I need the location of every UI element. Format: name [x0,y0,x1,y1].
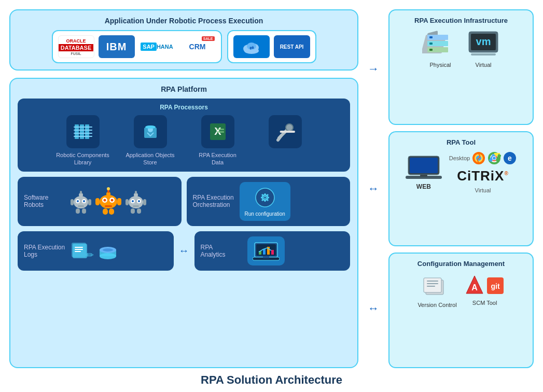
svg-rect-74 [75,249,83,250]
rpa-platform-title: RPA Platform [18,85,350,93]
svg-rect-103 [410,158,438,173]
tools-item [254,115,316,151]
svg-rect-84 [263,249,266,255]
svg-rect-28 [78,205,84,207]
footer-title: RPA Solution Architecture [201,373,342,387]
processors-box: RPA Processors [18,99,350,172]
rpa-execution-data-label: RPA ExecutionData [199,151,236,166]
svg-rect-45 [117,198,121,205]
rpa-inner-grid: RPA Processors [18,99,350,271]
desktop-label: Desktop [449,155,470,161]
physical-label: Physical [430,62,451,68]
svg-point-70 [263,196,266,199]
svg-rect-58 [131,208,135,214]
logs-icons: ✏ [71,240,119,262]
web-label: WEB [416,183,431,190]
svg-point-52 [138,200,140,202]
svg-rect-55 [135,191,137,194]
left-column: Application Under Robotic Process Execut… [9,9,358,368]
svg-rect-31 [71,199,74,205]
version-control-item: Version Control [417,273,456,308]
svg-rect-63 [264,200,266,202]
rpa-execution-data-icon: X [201,115,234,148]
app-objects-label: Application ObjectsStore [126,151,174,166]
scm-tool-label: SCM Tool [472,300,497,306]
rpa-logs-box: RPA ExecutionLogs ✏ [18,231,174,271]
app-box: Application Under Robotic Process Execut… [9,9,358,71]
svg-rect-40 [105,205,112,207]
svg-rect-9 [74,130,92,131]
scm-icons: A git [465,275,505,297]
processors-items: Robotic ComponentsLibrary [24,115,344,166]
svg-rect-18 [217,131,224,133]
right-column: RPA Execution Infrastructure Physic [388,9,534,368]
svg-rect-57 [143,199,146,205]
rpa-execution-data-item: X RPA ExecutionData [187,115,249,166]
svg-rect-119 [427,283,438,284]
rpa-tool-box: RPA Tool WEB Desktop [388,131,534,247]
arrows-col: → ↔ ↔ [367,9,380,368]
citrix-text: CiTRiX® [457,168,509,184]
citrix-section: CiTRiX® [457,168,509,184]
app-logos-row: ORACLE DATABASE FUSIL IBM SAP HANA SALE … [18,30,350,63]
restapi-logo: REST API [274,35,310,58]
robotic-components-label: Robotic ComponentsLibrary [56,151,109,166]
robotic-components-item: Robotic ComponentsLibrary [52,115,114,166]
ibm-logo: IBM [99,35,135,58]
db-logos-group: ORACLE DATABASE FUSIL IBM SAP HANA SALE … [52,30,222,63]
svg-rect-56 [126,199,129,205]
software-robots-box: SoftwareRobots [18,177,182,226]
bottom-row: RPA ExecutionLogs ✏ [18,231,350,271]
rpa-orchestration-box: RPA ExecutionOrchestration [187,177,351,226]
config-title: Configuration Management [397,260,525,268]
svg-text:A: A [471,283,478,292]
svg-text:⇄: ⇄ [249,45,254,51]
rpa-orchestration-label: RPA ExecutionOrchestration [193,194,234,208]
arrow-mid: ↔ [368,182,379,195]
svg-rect-33 [76,208,80,214]
arrow-bot: ↔ [368,302,379,315]
analytics-icon [247,236,285,265]
svg-rect-95 [429,43,433,45]
svg-rect-75 [75,251,81,252]
svg-rect-53 [133,205,139,207]
svg-rect-17 [217,129,224,130]
oracle-logo: ORACLE DATABASE FUSIL [58,35,94,58]
svg-rect-86 [271,250,274,255]
software-robots-label: SoftwareRobots [24,194,65,208]
infra-box: RPA Execution Infrastructure Physic [388,9,534,125]
svg-rect-47 [109,208,114,215]
virtual-item: vm Virtual [467,30,500,68]
processors-title: RPA Processors [24,104,344,111]
rpa-tool-browsers: Desktop [449,151,517,193]
rpa-tool-title: RPA Tool [397,138,525,146]
svg-rect-46 [103,208,108,215]
version-control-label: Version Control [417,302,456,308]
analytics-arrow: ↔ [179,231,189,271]
crm-logo: SALE CRM [179,35,216,58]
svg-rect-11 [74,136,92,137]
svg-rect-96 [429,49,433,51]
rpa-tool-web: WEB [406,154,442,190]
svg-rect-65 [267,197,269,198]
mid-row: SoftwareRobots [18,177,350,226]
virtual-label: Virtual [476,62,492,68]
robots-icons [69,187,147,216]
svg-rect-64 [261,197,263,198]
app-box-title: Application Under Robotic Process Execut… [18,17,350,25]
svg-rect-73 [75,247,83,248]
svg-rect-44 [95,198,100,205]
cloud-logos-group: ⇄ REST API [227,30,316,63]
infra-content: Physical vm Virtual [397,30,525,68]
svg-rect-118 [427,281,438,282]
svg-point-38 [104,199,106,202]
sap-logo: SAP HANA [139,35,175,58]
tools-icon [269,115,302,148]
config-box: Configuration Management Version Control [388,253,534,368]
svg-rect-59 [137,208,141,214]
physical-item: Physical [422,30,458,68]
rpa-platform-box: RPA Platform RPA Processors [9,78,358,368]
rpa-tool-content: WEB Desktop [397,151,525,193]
svg-point-80 [103,248,113,251]
svg-point-26 [77,200,79,202]
